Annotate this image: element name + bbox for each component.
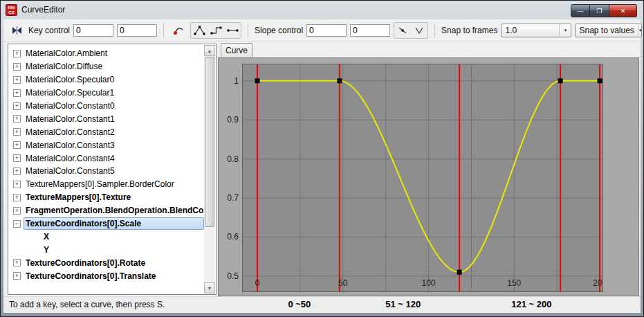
- slope-line-button[interactable]: [394, 23, 411, 38]
- curve-plot[interactable]: 050100150200: [242, 64, 603, 292]
- tree-item[interactable]: +MaterialColor.Constant0: [9, 100, 204, 113]
- scroll-down-icon[interactable]: ▼: [204, 282, 215, 293]
- chevron-down-icon: ▼: [559, 24, 571, 37]
- close-icon: ✕: [620, 8, 626, 15]
- toolbar-separator: [163, 23, 164, 38]
- expand-icon[interactable]: +: [13, 102, 21, 110]
- tree-scrollbar[interactable]: ▲ ▼: [204, 45, 215, 293]
- tree-item[interactable]: +FragmentOperation.BlendOperation.BlendC…: [9, 204, 204, 217]
- tree-item[interactable]: +TextureMappers[0].Texture: [9, 191, 204, 204]
- snap-to-values-combo[interactable]: Snap to values ▼: [575, 24, 642, 37]
- minimize-button[interactable]: —: [571, 4, 590, 17]
- tree-item[interactable]: +MaterialColor.Constant3: [9, 138, 204, 152]
- tree-item-label: TextureCoordinators[0].Rotate: [24, 257, 204, 269]
- segment-range-label: 0 ~50: [288, 299, 311, 309]
- tab-curve[interactable]: Curve: [221, 43, 252, 57]
- expand-icon[interactable]: +: [13, 63, 21, 71]
- tree-item[interactable]: +MaterialColor.Specular1: [9, 87, 204, 100]
- key-value-input[interactable]: [117, 24, 157, 37]
- expand-icon[interactable]: +: [13, 154, 21, 162]
- expand-icon[interactable]: +: [13, 50, 21, 57]
- titlebar[interactable]: NW CS CurveEditor — ❐ ✕: [1, 1, 643, 19]
- scrollbar-thumb[interactable]: [205, 57, 214, 227]
- tree-item[interactable]: X: [9, 230, 204, 243]
- slope-line-icon: [397, 25, 408, 36]
- expand-icon[interactable]: +: [13, 128, 21, 136]
- minimize-icon: —: [578, 8, 584, 15]
- step-interpolation-button[interactable]: [208, 23, 224, 38]
- tree-item[interactable]: +TextureCoordinators[0].Translate: [9, 269, 204, 282]
- collapse-icon[interactable]: −: [13, 220, 21, 228]
- key-point[interactable]: [598, 78, 602, 83]
- segment-range-label: 51 ~ 120: [385, 299, 421, 309]
- maximize-button[interactable]: ❐: [590, 4, 609, 17]
- snap-to-frames-combo[interactable]: 1.0 ▼: [501, 24, 571, 37]
- y-axis-tick-label: 0.7: [219, 192, 239, 203]
- key-frame-input[interactable]: [73, 24, 113, 37]
- expand-icon[interactable]: +: [13, 167, 21, 175]
- tree-item[interactable]: +MaterialColor.Constant2: [9, 125, 204, 138]
- expand-icon[interactable]: +: [13, 115, 21, 123]
- add-key-button[interactable]: [170, 23, 187, 38]
- slope-v-icon: [414, 25, 425, 36]
- tree-item-label: MaterialColor.Constant5: [24, 165, 204, 177]
- tree-item[interactable]: +MaterialColor.Specular0: [9, 73, 204, 87]
- scroll-up-icon[interactable]: ▲: [204, 45, 215, 56]
- expand-icon[interactable]: +: [13, 89, 21, 97]
- tree-item-label: MaterialColor.Constant0: [24, 100, 204, 112]
- x-axis-tick-label: 50: [338, 278, 348, 288]
- slope-in-input[interactable]: [306, 24, 347, 37]
- slope-button-group: [394, 22, 428, 39]
- expand-icon[interactable]: +: [13, 181, 21, 188]
- tree-item-label: TextureCoordinators[0].Translate: [24, 270, 204, 282]
- tree-item[interactable]: −TextureCoordinators[0].Scale: [9, 217, 204, 230]
- key-point[interactable]: [337, 78, 342, 83]
- tree-item[interactable]: +MaterialColor.Constant1: [9, 112, 204, 125]
- tree-item-label: MaterialColor.Constant3: [24, 139, 204, 152]
- expand-icon[interactable]: +: [13, 272, 21, 280]
- peak-interpolation-icon: [194, 25, 205, 36]
- tree-item[interactable]: +MaterialColor.Constant5: [9, 165, 204, 178]
- tree-item[interactable]: +MaterialColor.Diffuse: [9, 60, 204, 73]
- toolbar: Key control Slope control: [3, 19, 641, 42]
- tree-item-label: MaterialColor.Constant1: [24, 113, 204, 125]
- tree-item[interactable]: +TextureCoordinators[0].Rotate: [9, 256, 204, 269]
- expand-icon[interactable]: +: [13, 194, 21, 201]
- app-icon-text-bottom: CS: [6, 10, 17, 15]
- key-point[interactable]: [558, 78, 563, 83]
- status-text: To add a key, select a curve, then press…: [9, 300, 165, 309]
- key-control-label: Key control: [28, 26, 70, 35]
- linear-interpolation-icon: [227, 25, 239, 36]
- slope-out-input[interactable]: [350, 24, 390, 37]
- tree-item-label: MaterialColor.Specular1: [24, 87, 204, 99]
- window-title: CurveEditor: [21, 5, 65, 15]
- property-tree-panel: +MaterialColor.Ambient+MaterialColor.Dif…: [8, 44, 217, 295]
- x-axis-tick-label: 0: [255, 278, 260, 288]
- tree-item[interactable]: +TextureMappers[0].Sampler.BorderColor: [9, 178, 204, 191]
- add-key-icon: [173, 25, 184, 36]
- tree-item[interactable]: +MaterialColor.Constant4: [9, 152, 204, 165]
- y-axis-tick-label: 0.5: [219, 271, 239, 282]
- close-button[interactable]: ✕: [609, 4, 637, 17]
- expand-icon[interactable]: +: [13, 76, 21, 84]
- tree-item[interactable]: +MaterialColor.Ambient: [9, 47, 204, 60]
- status-bar: To add a key, select a curve, then press…: [3, 296, 641, 313]
- key-point[interactable]: [255, 78, 260, 83]
- plot-background: [242, 64, 603, 292]
- maximize-icon: ❐: [596, 8, 602, 15]
- linear-interpolation-button[interactable]: [224, 23, 241, 38]
- snap-to-frames-label: Snap to frames: [441, 26, 497, 35]
- tree-item-label: MaterialColor.Constant2: [24, 126, 204, 138]
- tree-item[interactable]: Y: [9, 243, 204, 256]
- snap-to-frames-value: 1.0: [502, 26, 559, 35]
- key-point[interactable]: [457, 270, 462, 275]
- slope-v-button[interactable]: [411, 23, 427, 38]
- expand-icon[interactable]: +: [13, 259, 21, 266]
- expand-icon[interactable]: +: [13, 207, 21, 215]
- peak-interpolation-button[interactable]: [191, 23, 208, 38]
- expand-icon[interactable]: +: [13, 141, 21, 149]
- y-axis-tick-label: 1: [219, 75, 239, 87]
- tree-body: +MaterialColor.Ambient+MaterialColor.Dif…: [9, 45, 204, 293]
- segment-range-label: 121 ~ 200: [511, 299, 551, 309]
- app-icon-text-top: NW: [6, 6, 17, 10]
